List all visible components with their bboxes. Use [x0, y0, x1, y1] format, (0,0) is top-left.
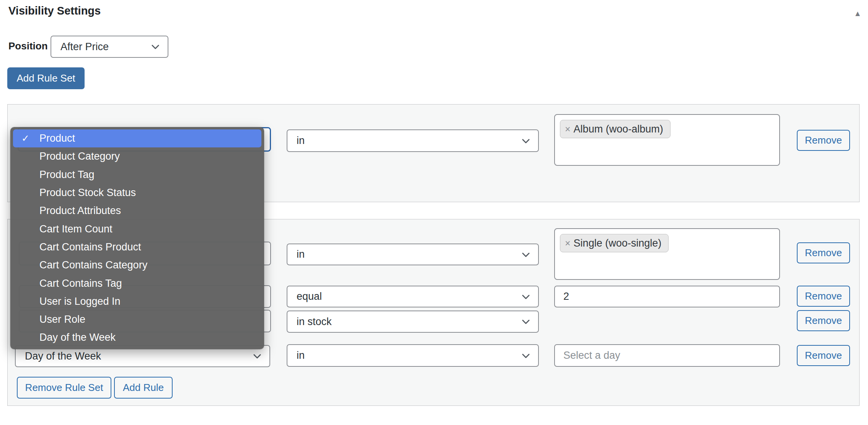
position-select[interactable]: After Price: [51, 36, 168, 58]
rule2-row2-value-input[interactable]: [554, 286, 780, 307]
rule2-row1-operator-value: in: [297, 248, 305, 260]
chevron-down-icon: [520, 291, 531, 302]
menu-option-label: Cart Contains Product: [39, 241, 141, 253]
chip-remove-icon[interactable]: ×: [565, 238, 571, 249]
menu-option-cart-item-count[interactable]: Cart Item Count: [13, 220, 261, 238]
rule2-row1-operator-select[interactable]: in: [287, 244, 539, 265]
position-label: Position: [8, 40, 48, 52]
menu-option-label: Cart Contains Category: [39, 259, 147, 271]
condition-dropdown-menu: ✓ Product Product Category Product Tag P…: [10, 127, 264, 349]
menu-option-cart-contains-product[interactable]: Cart Contains Product: [13, 238, 261, 256]
chevron-down-icon: [520, 249, 531, 260]
rule2-row1-remove-button[interactable]: Remove: [797, 242, 850, 263]
rule2-row2-operator-select[interactable]: equal: [287, 286, 539, 307]
menu-option-product-stock-status[interactable]: Product Stock Status: [13, 184, 261, 202]
menu-option-day-of-the-week[interactable]: Day of the Week: [13, 329, 261, 347]
rule2-row2-remove-button[interactable]: Remove: [797, 286, 850, 307]
menu-option-label: Product Attributes: [39, 205, 121, 217]
chevron-down-icon: [150, 41, 161, 52]
rule2-row2-operator-value: equal: [297, 291, 322, 302]
chevron-down-icon: [252, 351, 263, 361]
menu-option-product-category[interactable]: Product Category: [13, 147, 261, 165]
add-rule-set-button[interactable]: Add Rule Set: [7, 67, 85, 89]
menu-option-user-is-logged-in[interactable]: User is Logged In: [13, 293, 261, 311]
checkmark-icon: ✓: [21, 133, 39, 144]
menu-option-product-tag[interactable]: Product Tag: [13, 166, 261, 184]
add-rule-button[interactable]: Add Rule: [114, 377, 173, 399]
menu-option-label: Product Tag: [39, 169, 95, 181]
menu-option-product-attributes[interactable]: Product Attributes: [13, 202, 261, 220]
rule1-operator-value: in: [297, 135, 305, 147]
collapse-toggle-icon[interactable]: ▲: [854, 9, 861, 18]
position-select-value: After Price: [60, 41, 109, 53]
menu-option-label: Day of the Week: [39, 332, 116, 343]
menu-option-label: Product Stock Status: [39, 187, 136, 199]
rule1-operator-select[interactable]: in: [287, 129, 539, 152]
selected-tag-chip: × Album (woo-album): [560, 120, 671, 138]
rule2-row4-condition-value: Day of the Week: [25, 350, 101, 362]
menu-option-product[interactable]: ✓ Product: [13, 129, 261, 147]
remove-rule-set-button[interactable]: Remove Rule Set: [17, 377, 111, 399]
rule2-row4-day-input[interactable]: [554, 344, 780, 367]
rule2-row3-remove-button[interactable]: Remove: [797, 310, 850, 331]
menu-option-label: User Role: [39, 314, 85, 325]
rule2-row3-operator-value: in stock: [297, 316, 332, 328]
selected-tag-chip: × Single (woo-single): [560, 234, 669, 252]
menu-option-label: User is Logged In: [39, 296, 121, 307]
menu-option-cart-contains-tag[interactable]: Cart Contains Tag: [13, 274, 261, 292]
rule2-row3-operator-select[interactable]: in stock: [287, 311, 539, 333]
page-title: Visibility Settings: [8, 5, 101, 17]
rule1-remove-button[interactable]: Remove: [797, 130, 850, 151]
menu-option-label: Product Category: [39, 150, 120, 162]
rule2-row4-operator-select[interactable]: in: [287, 344, 539, 367]
rule1-value-multiselect[interactable]: × Album (woo-album): [554, 114, 780, 166]
menu-option-label: Cart Item Count: [39, 223, 113, 235]
chevron-down-icon: [520, 316, 531, 327]
rule2-row4-remove-button[interactable]: Remove: [797, 345, 850, 366]
chip-remove-icon[interactable]: ×: [565, 124, 571, 135]
chip-label: Single (woo-single): [574, 237, 662, 249]
menu-option-label: Product: [39, 132, 75, 144]
menu-option-cart-contains-category[interactable]: Cart Contains Category: [13, 256, 261, 274]
visibility-settings-panel: Visibility Settings ▲ Position After Pri…: [0, 0, 868, 425]
menu-option-label: Cart Contains Tag: [39, 278, 122, 289]
chevron-down-icon: [520, 350, 531, 361]
menu-option-user-role[interactable]: User Role: [13, 311, 261, 329]
chevron-down-icon: [520, 136, 531, 146]
chip-label: Album (woo-album): [574, 123, 663, 135]
rule2-row4-operator-value: in: [297, 350, 305, 361]
rule2-row1-value-multiselect[interactable]: × Single (woo-single): [554, 228, 780, 280]
